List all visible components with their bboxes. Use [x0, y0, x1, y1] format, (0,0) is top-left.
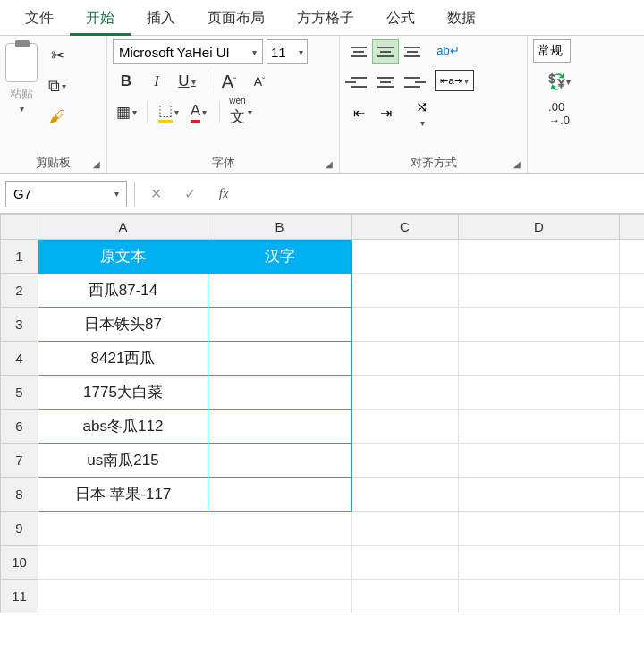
column-header-C[interactable]: C [352, 215, 459, 240]
cell[interactable]: 汉字 [208, 240, 352, 274]
copy-icon[interactable]: ⧉▾ [43, 73, 72, 98]
cell[interactable] [459, 274, 620, 308]
fill-color-button[interactable]: ⬚▾ [155, 98, 182, 125]
clipboard-launcher-icon[interactable]: ◢ [90, 158, 103, 171]
cell[interactable] [620, 308, 645, 342]
cell[interactable] [620, 444, 645, 478]
row-header[interactable]: 1 [1, 240, 38, 274]
cell[interactable] [459, 444, 620, 478]
cancel-formula-icon[interactable]: ✕ [142, 182, 169, 207]
decrease-indent-button[interactable]: ⇤ [345, 100, 372, 125]
cell[interactable] [620, 274, 645, 308]
cell[interactable] [459, 240, 620, 274]
increase-indent-button[interactable]: ⇥ [372, 100, 399, 125]
cell[interactable]: 日本铁头87 [38, 308, 208, 342]
row-header[interactable]: 4 [1, 342, 38, 376]
name-box[interactable]: G7▾ [5, 181, 127, 207]
cell[interactable] [208, 444, 352, 478]
cell[interactable] [208, 308, 352, 342]
tab-ffgz[interactable]: 方方格子 [281, 0, 370, 36]
cell[interactable] [620, 410, 645, 444]
cell[interactable]: 日本-苹果-117 [38, 478, 208, 512]
cell[interactable] [38, 580, 208, 613]
cell[interactable] [620, 376, 645, 410]
merge-center-button[interactable]: ⇤a⇥▾ [435, 70, 474, 91]
column-header-E[interactable] [620, 215, 645, 240]
cell[interactable]: 西瓜87-14 [38, 274, 208, 308]
cell[interactable] [208, 512, 352, 546]
cell[interactable] [352, 444, 459, 478]
font-name-combo[interactable]: Microsoft YaHei UI▾ [113, 39, 263, 64]
align-right-button[interactable] [399, 70, 426, 95]
number-format-combo[interactable]: 常规 [533, 39, 571, 63]
row-header[interactable]: 5 [1, 376, 38, 410]
row-header[interactable]: 2 [1, 274, 38, 308]
row-header[interactable]: 11 [1, 580, 38, 613]
cell[interactable] [459, 546, 620, 580]
cell[interactable] [352, 478, 459, 512]
cell[interactable]: 8421西瓜 [38, 342, 208, 376]
cut-icon[interactable]: ✂ [43, 43, 72, 68]
cell[interactable] [459, 410, 620, 444]
cell[interactable] [620, 342, 645, 376]
cell[interactable] [352, 580, 459, 613]
currency-button[interactable]: 💱▾ [533, 68, 585, 95]
cell[interactable]: 原文本 [38, 240, 208, 274]
cell[interactable] [352, 410, 459, 444]
align-left-button[interactable] [345, 70, 372, 95]
decrease-font-button[interactable]: Aˇ [246, 68, 273, 95]
row-header[interactable]: 3 [1, 308, 38, 342]
border-button[interactable]: ▦▾ [113, 98, 140, 125]
enter-formula-icon[interactable]: ✓ [176, 182, 203, 207]
alignment-launcher-icon[interactable]: ◢ [511, 158, 523, 171]
align-center-button[interactable] [372, 70, 399, 95]
wrap-text-button[interactable]: ab↵ [435, 39, 462, 61]
phonetic-button[interactable]: wén文 ▾ [227, 98, 254, 125]
tab-file[interactable]: 文件 [9, 0, 70, 36]
tab-insert[interactable]: 插入 [131, 0, 191, 36]
cell[interactable] [352, 274, 459, 308]
row-header[interactable]: 6 [1, 410, 38, 444]
cell[interactable] [352, 376, 459, 410]
column-header-A[interactable]: A [38, 215, 208, 240]
cell[interactable]: abs冬瓜112 [38, 410, 208, 444]
tab-formula[interactable]: 公式 [370, 0, 431, 36]
tab-home[interactable]: 开始 [70, 0, 131, 36]
cell[interactable] [352, 308, 459, 342]
decrease-decimal-button[interactable]: .00→.0 [533, 100, 585, 127]
cell[interactable] [352, 546, 459, 580]
font-size-combo[interactable]: 11▾ [267, 39, 308, 64]
column-header-B[interactable]: B [208, 215, 352, 240]
italic-button[interactable]: I [143, 68, 170, 95]
cell[interactable] [38, 512, 208, 546]
cell[interactable] [208, 410, 352, 444]
format-painter-icon[interactable]: 🖌 [43, 104, 72, 129]
cell[interactable] [459, 478, 620, 512]
cell[interactable] [620, 478, 645, 512]
cell[interactable] [459, 308, 620, 342]
cell[interactable] [620, 546, 645, 580]
cell[interactable] [459, 512, 620, 546]
formula-input[interactable] [244, 182, 639, 207]
cell[interactable] [459, 376, 620, 410]
bold-button[interactable]: B [113, 68, 140, 95]
increase-font-button[interactable]: Aˆ [216, 68, 242, 95]
paste-icon[interactable] [5, 43, 38, 82]
underline-button[interactable]: U▾ [174, 68, 200, 95]
column-header-D[interactable]: D [459, 215, 620, 240]
cell[interactable] [459, 580, 620, 613]
orientation-button[interactable]: ⤭▾ [408, 100, 435, 125]
cell[interactable] [38, 546, 208, 580]
align-middle-button[interactable] [372, 39, 399, 64]
align-bottom-button[interactable] [399, 39, 426, 64]
row-header[interactable]: 7 [1, 444, 38, 478]
tab-data[interactable]: 数据 [431, 0, 492, 36]
tab-page-layout[interactable]: 页面布局 [191, 0, 281, 36]
cell[interactable] [620, 240, 645, 274]
row-header[interactable]: 8 [1, 478, 38, 512]
cell[interactable] [620, 580, 645, 613]
cell[interactable] [208, 274, 352, 308]
select-all-corner[interactable] [1, 215, 38, 240]
font-color-button[interactable]: A▾ [185, 98, 212, 125]
row-header[interactable]: 10 [1, 546, 38, 580]
